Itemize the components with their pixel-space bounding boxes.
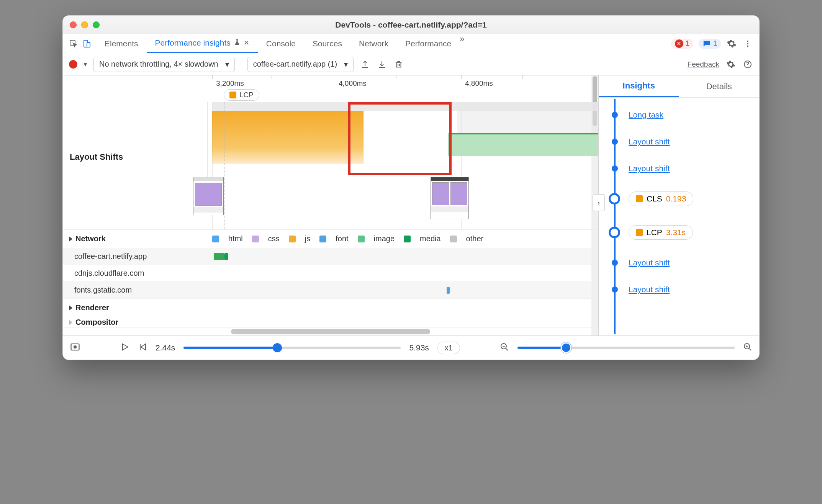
zoom-in-icon[interactable]: [743, 342, 752, 353]
window-titlebar: DevTools - coffee-cart.netlify.app/?ad=1: [63, 16, 759, 34]
footer-end-time: 5.93s: [409, 343, 429, 352]
export-icon[interactable]: [360, 59, 370, 70]
tab-elements[interactable]: Elements: [96, 34, 147, 53]
settings-icon[interactable]: [726, 38, 737, 49]
throttling-select[interactable]: No network throttling, 4× slowdown▾: [93, 57, 235, 72]
zoom-out-icon[interactable]: [500, 342, 509, 353]
network-header-row[interactable]: Network html css js font image media oth…: [63, 230, 598, 248]
playhead-line: [224, 102, 224, 229]
insights-toolbar: ▾ No network throttling, 4× slowdown▾ co…: [63, 53, 759, 75]
filmstrip-thumb[interactable]: [431, 177, 469, 219]
zoom-slider[interactable]: [517, 343, 735, 352]
tab-close-icon[interactable]: ✕: [244, 39, 249, 47]
lcp-block[interactable]: [212, 111, 364, 164]
timeline-panel: 3,200ms 4,000ms 4,800ms LCP Layout Shift…: [63, 75, 598, 335]
import-icon[interactable]: [377, 59, 387, 70]
footer-start-time: 2.44s: [156, 343, 175, 352]
tab-performance-insights[interactable]: Performance insights ✕: [147, 34, 258, 53]
errors-badge[interactable]: ✕1: [671, 39, 693, 49]
feedback-link[interactable]: Feedback: [688, 60, 719, 69]
timeline-ruler: 3,200ms 4,000ms 4,800ms LCP: [63, 75, 598, 102]
insight-item[interactable]: Long task: [599, 101, 759, 128]
time-slider[interactable]: [183, 343, 401, 352]
sidebar-tabs: Insights Details: [599, 75, 759, 98]
record-button[interactable]: [69, 60, 77, 69]
renderer-header-row[interactable]: Renderer: [63, 299, 598, 317]
network-row[interactable]: fonts.gstatic.com: [63, 282, 598, 299]
svg-rect-2: [87, 43, 90, 47]
panel-settings-icon[interactable]: [725, 59, 736, 70]
highlight-box: [348, 102, 452, 175]
insight-item[interactable]: Layout shift: [599, 249, 759, 276]
compositor-header-row[interactable]: Compositor: [63, 317, 598, 328]
layout-shifts-row: Layout Shifts: [63, 102, 598, 230]
tab-sources[interactable]: Sources: [304, 34, 350, 53]
minimize-window-button[interactable]: [81, 21, 88, 28]
expand-arrow-icon[interactable]: [69, 236, 72, 242]
svg-point-3: [747, 40, 748, 42]
tracks-grid: Network html css js font image media oth…: [63, 230, 598, 328]
insights-list: Long task Layout shift Layout shift CLS …: [599, 98, 759, 335]
help-icon[interactable]: [742, 59, 753, 70]
messages-badge[interactable]: 1: [699, 39, 721, 49]
page-select[interactable]: coffee-cart.netlify.app (1)▾: [247, 57, 354, 72]
play-icon[interactable]: [120, 342, 129, 353]
tab-console[interactable]: Console: [258, 34, 304, 53]
tab-details[interactable]: Details: [679, 75, 760, 97]
insight-item[interactable]: Layout shift: [599, 155, 759, 182]
device-toolbar-icon[interactable]: [81, 38, 92, 49]
layout-shifts-label: Layout Shifts: [63, 102, 212, 229]
kebab-menu-icon[interactable]: [742, 38, 753, 49]
svg-point-5: [747, 45, 748, 47]
lcp-chip[interactable]: LCP: [224, 89, 259, 101]
speed-chip[interactable]: x1: [437, 342, 460, 354]
window-title: DevTools - coffee-cart.netlify.app/?ad=1: [63, 20, 759, 29]
traffic-lights: [63, 21, 100, 28]
zoom-window-button[interactable]: [93, 21, 100, 28]
insight-metric-cls[interactable]: CLS 0.193: [599, 182, 759, 216]
tab-performance[interactable]: Performance: [397, 34, 460, 53]
network-row[interactable]: coffee-cart.netlify.app: [63, 248, 598, 265]
filmstrip-thumb[interactable]: [193, 177, 224, 215]
delete-icon[interactable]: [393, 59, 404, 70]
insight-item[interactable]: Layout shift: [599, 128, 759, 155]
svg-point-4: [747, 43, 748, 44]
render-block[interactable]: [450, 133, 598, 156]
close-window-button[interactable]: [70, 21, 77, 28]
svg-point-8: [74, 346, 76, 348]
flask-icon: [234, 38, 241, 47]
insight-metric-lcp[interactable]: LCP 3.31s: [599, 216, 759, 249]
tab-network[interactable]: Network: [350, 34, 397, 53]
toggle-screenshots-icon[interactable]: [70, 342, 80, 354]
inspect-icon[interactable]: [68, 38, 79, 49]
record-menu-caret[interactable]: ▾: [84, 60, 87, 69]
expand-arrow-icon[interactable]: [69, 305, 72, 311]
main-panel: 3,200ms 4,000ms 4,800ms LCP Layout Shift…: [63, 75, 759, 336]
network-row[interactable]: cdnjs.cloudflare.com: [63, 265, 598, 282]
expand-arrow-icon[interactable]: [69, 320, 72, 325]
more-tabs-icon[interactable]: »: [460, 34, 464, 53]
playback-bar: 2.44s 5.93s x1: [63, 336, 759, 360]
network-legend: html css js font image media other: [212, 234, 483, 243]
horizontal-scrollbar[interactable]: [63, 328, 598, 335]
insight-item[interactable]: Layout shift: [599, 276, 759, 303]
insights-sidebar: › Insights Details Long task Layout shif…: [598, 75, 759, 335]
tab-insights[interactable]: Insights: [599, 75, 679, 97]
devtools-window: DevTools - coffee-cart.netlify.app/?ad=1…: [62, 15, 760, 360]
devtools-tabs: Elements Performance insights ✕ Console …: [63, 34, 759, 53]
rewind-icon[interactable]: [138, 342, 147, 353]
